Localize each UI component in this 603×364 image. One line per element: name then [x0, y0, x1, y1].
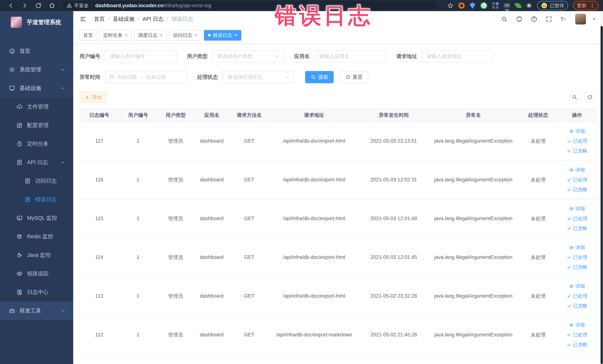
- action-processed-link[interactable]: 已处理: [567, 254, 587, 260]
- collapse-sidebar-icon[interactable]: [80, 16, 87, 23]
- action-ignored-link[interactable]: 已忽略: [567, 341, 587, 348]
- cell-app: dashboard: [194, 122, 230, 160]
- sidebar-item-6[interactable]: API 日志: [0, 153, 73, 172]
- filter-input-2[interactable]: [314, 50, 386, 62]
- sidebar-item-9[interactable]: MySQL 监控: [0, 209, 73, 227]
- extension-grid-icon[interactable]: [492, 2, 499, 9]
- browser-forward-icon[interactable]: [21, 2, 28, 9]
- cell-method: GET: [230, 199, 269, 238]
- sidebar-item-4[interactable]: 配置管理: [0, 116, 73, 135]
- fullscreen-icon[interactable]: [545, 16, 552, 23]
- filter-input-0[interactable]: [105, 50, 176, 62]
- action-processed-link[interactable]: 已处理: [567, 176, 587, 183]
- sidebar-item-0[interactable]: 首页: [0, 42, 73, 60]
- table-row: 1151管理员dashboardGET/api/infra/db-doc/exp…: [80, 199, 596, 238]
- extension-blue-shield-icon[interactable]: [470, 2, 475, 9]
- sidebar-item-3[interactable]: 文件管理: [0, 97, 73, 116]
- browser-update-chip[interactable]: 更新: [573, 1, 599, 10]
- browser-home-icon[interactable]: [49, 2, 55, 9]
- action-detail-link[interactable]: 详细: [569, 244, 585, 251]
- filter-select-1[interactable]: 请选择用户类型: [212, 50, 284, 62]
- sidebar-item-8[interactable]: 错误日志: [0, 190, 73, 209]
- smiley-face-icon: [541, 2, 548, 9]
- breadcrumb-item-0[interactable]: 首页: [94, 15, 105, 23]
- sidebar-item-13[interactable]: 日志中心: [0, 283, 73, 302]
- close-icon[interactable]: ×: [125, 33, 128, 38]
- sidebar-item-5[interactable]: 定时任务: [0, 135, 73, 153]
- browser-back-icon[interactable]: [8, 2, 14, 9]
- scrollbar-thumb[interactable]: [601, 26, 603, 364]
- search-icon[interactable]: [501, 16, 508, 23]
- error-log-table: 日志编号用户编号用户类型应用名请求方法名请求地址异常发生时间异常名处理状态操作 …: [80, 108, 597, 354]
- sidebar-item-12[interactable]: 链路追踪: [0, 264, 73, 283]
- action-ignored-link[interactable]: 已忽略: [567, 303, 587, 309]
- check-icon: [567, 139, 571, 143]
- font-size-icon[interactable]: TT: [560, 16, 567, 23]
- cell-url: /api/infra/db-doc/export-markdown: [269, 316, 359, 354]
- refresh-table-button[interactable]: [584, 91, 596, 103]
- action-ignored-link[interactable]: 已忽略: [567, 264, 587, 270]
- action-detail-link[interactable]: 详细: [569, 205, 585, 212]
- tab-3[interactable]: 访问日志×: [169, 30, 202, 41]
- extension-green-y-icon[interactable]: y: [480, 2, 487, 9]
- more-vertical-icon[interactable]: [590, 3, 595, 8]
- sidebar-item-label: 定时任务: [27, 140, 48, 148]
- close-icon[interactable]: ×: [234, 33, 237, 38]
- extension-leaf-icon[interactable]: [515, 2, 522, 9]
- browser-reload-icon[interactable]: [35, 2, 42, 9]
- action-detail-link[interactable]: 详细: [569, 128, 585, 134]
- tab-2[interactable]: 调度日志×: [134, 30, 167, 41]
- extension-star-burst-icon[interactable]: [526, 2, 532, 9]
- tab-1[interactable]: 定时任务×: [99, 30, 132, 41]
- sidebar-item-1[interactable]: 系统管理: [0, 60, 73, 79]
- breadcrumb-item-3: 错误日志: [172, 15, 193, 23]
- tab-label: 首页: [83, 32, 93, 39]
- close-icon[interactable]: ×: [195, 33, 197, 38]
- process-status-label: 处理状态: [197, 74, 218, 81]
- action-detail-link[interactable]: 详细: [569, 283, 585, 289]
- reset-button[interactable]: 重置: [340, 71, 368, 83]
- action-ignored-link[interactable]: 已忽略: [567, 148, 587, 154]
- github-icon[interactable]: [516, 16, 522, 23]
- breadcrumb-item-2[interactable]: API 日志: [142, 15, 163, 23]
- search-button[interactable]: 搜索: [305, 71, 334, 83]
- sidebar-item-7[interactable]: 访问日志: [0, 172, 73, 190]
- avatar[interactable]: [575, 14, 586, 24]
- action-processed-link[interactable]: 已处理: [567, 293, 587, 299]
- sidebar-item-label: 配置管理: [27, 122, 48, 129]
- sidebar-item-10[interactable]: Redis 监控: [0, 227, 73, 246]
- help-icon[interactable]: [531, 16, 537, 23]
- start-date-placeholder: 开始日期: [117, 74, 137, 81]
- sidebar-item-14[interactable]: 研发工具: [0, 302, 73, 320]
- profile-paused-chip[interactable]: 已暂停: [537, 1, 568, 10]
- extension-orange-ring-icon[interactable]: [458, 2, 465, 9]
- exception-time-range-picker[interactable]: 开始日期 - 结束日期: [105, 71, 187, 83]
- check-icon: [567, 149, 571, 153]
- sidebar-item-11[interactable]: Java 监控: [0, 246, 73, 264]
- action-ignored-link[interactable]: 已忽略: [567, 225, 587, 232]
- tab-0[interactable]: 首页: [79, 30, 97, 41]
- action-ignored-link[interactable]: 已忽略: [567, 186, 587, 193]
- address-bar[interactable]: 不安全 dashboard.yudao.iocoder.cn /infra/lo…: [63, 1, 437, 10]
- action-processed-link[interactable]: 已处理: [567, 215, 587, 222]
- toggle-search-button[interactable]: [569, 91, 580, 103]
- action-detail-link[interactable]: 详细: [569, 322, 585, 328]
- action-processed-link[interactable]: 已处理: [567, 331, 587, 338]
- content-area: 用户编号用户类型 请选择用户类型 应用名请求地址 异常时间 开始日期 - 结束日…: [73, 44, 603, 364]
- export-button[interactable]: 导出: [80, 91, 107, 103]
- close-icon[interactable]: ×: [160, 33, 162, 38]
- tab-4[interactable]: 错误日志×: [204, 30, 241, 41]
- process-status-select[interactable]: 请选择处理状态: [223, 71, 294, 83]
- sidebar-item-2[interactable]: 基础设施: [0, 79, 73, 97]
- filter-row-1: 用户编号用户类型 请选择用户类型 应用名请求地址: [80, 50, 597, 62]
- app-logo[interactable]: 芋道管理系统: [0, 11, 73, 33]
- breadcrumb-item-1[interactable]: 基础设施: [113, 15, 134, 23]
- extension-switch-icon[interactable]: on: [504, 3, 510, 8]
- filter-input-3[interactable]: [422, 50, 493, 62]
- action-detail-link[interactable]: 详细: [569, 167, 585, 173]
- on-badge: on: [505, 10, 509, 10]
- chevron-down-icon: [275, 54, 280, 59]
- bookmark-star-icon[interactable]: [447, 2, 453, 9]
- caret-down-icon[interactable]: [592, 17, 597, 22]
- action-processed-link[interactable]: 已处理: [567, 138, 587, 144]
